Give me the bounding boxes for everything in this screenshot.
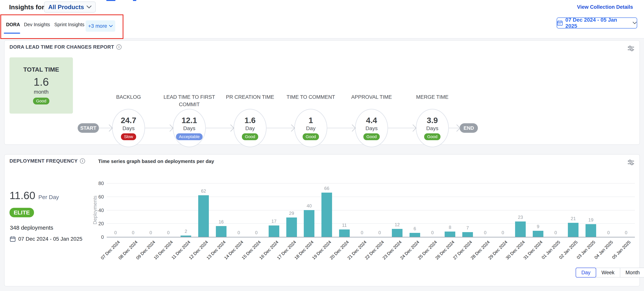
- arrow-chevron-icon: [412, 124, 416, 132]
- calendar-icon: [10, 236, 16, 242]
- stage-name: MERGE TIME: [402, 93, 463, 101]
- x-tick-label: 02 Jan 2025: [546, 239, 579, 273]
- bar-value-label: 9: [529, 224, 547, 229]
- total-time-status-badge: Good: [33, 98, 49, 105]
- chevron-down-icon: [86, 6, 92, 9]
- x-tick-label: 31 Dec 2024: [510, 239, 544, 273]
- chart-title: Time series graph based on deployments p…: [98, 158, 214, 164]
- x-tick-label: 09 Dec 2024: [123, 239, 156, 273]
- x-tick-label: 29 Dec 2024: [475, 239, 508, 273]
- stage-unit: Days: [122, 125, 134, 131]
- stage-node-pr-creation-time: 1.6DayGood: [234, 109, 266, 147]
- x-tick-label: 15 Dec 2024: [229, 239, 262, 273]
- pipeline-end-node: END: [460, 123, 478, 133]
- stage-name: TIME TO COMMENT: [280, 93, 341, 101]
- deployment-rate-value: 11.60: [10, 189, 35, 201]
- stage-unit: Days: [366, 125, 378, 131]
- bar-value-label: 0: [476, 230, 494, 235]
- stage-name: APPROVAL TIME: [341, 93, 402, 101]
- product-selector-value: All Products: [48, 4, 84, 11]
- total-time-value: 1.6: [34, 75, 49, 88]
- stage-node-backlog: 24.7DaysSlow: [112, 109, 145, 147]
- x-tick-label: 18 Dec 2024: [282, 239, 315, 273]
- bar-value-label: 29: [283, 211, 300, 216]
- y-tick-label: 20: [92, 221, 104, 227]
- deployment-bar[interactable]: [586, 224, 596, 237]
- stage-name: PR CREATION TIME: [220, 93, 280, 101]
- deployment-card-title: DEPLOYMENT FREQUENCY: [10, 158, 78, 164]
- deployment-bar[interactable]: [286, 217, 297, 237]
- x-tick-label: 25 Dec 2024: [405, 239, 438, 273]
- x-tick-label: 01 Jan 2025: [528, 239, 561, 273]
- bar-value-label: 0: [353, 230, 371, 235]
- view-collection-details-link[interactable]: View Collection Details: [577, 4, 633, 10]
- x-tick-label: 19 Dec 2024: [299, 239, 332, 273]
- stage-value: 24.7: [121, 116, 136, 125]
- deployment-bar[interactable]: [198, 195, 209, 237]
- granularity-day-button[interactable]: Day: [576, 268, 596, 277]
- deployment-bar[interactable]: [410, 233, 420, 237]
- y-tick-label: 80: [92, 180, 104, 186]
- stage-unit: Days: [426, 125, 438, 131]
- stage-name: LEAD TIME TO FIRST COMMIT: [159, 93, 220, 108]
- deployment-bar[interactable]: [304, 210, 314, 237]
- page-title: Insights for: [9, 4, 44, 11]
- deployment-bar[interactable]: [339, 229, 350, 237]
- bar-value-label: 0: [230, 230, 248, 235]
- product-selector-dropdown[interactable]: All Products: [44, 2, 96, 13]
- bar-value-label: 0: [618, 230, 635, 235]
- date-range-picker[interactable]: 07 Dec 2024 - 05 Jan 2025: [557, 18, 637, 29]
- stage-node-lead-time-to-first-commit: 12.1DaysAcceptable: [173, 109, 206, 147]
- gridline-y60: [107, 197, 635, 197]
- deployment-bar[interactable]: [515, 221, 526, 237]
- bar-value-label: 0: [424, 230, 441, 235]
- bar-value-label: 0: [371, 230, 388, 235]
- deployment-bar[interactable]: [269, 225, 279, 237]
- deployment-date-range-value: 07 Dec 2024 - 05 Jan 2025: [18, 236, 82, 242]
- deployment-bar[interactable]: [392, 229, 402, 237]
- bar-value-label: 0: [494, 230, 512, 235]
- bar-value-label: 2: [177, 229, 194, 234]
- date-range-value: 07 Dec 2024 - 05 Jan 2025: [566, 17, 630, 29]
- dora-dashboard: Insights for All Products View Collectio…: [0, 0, 644, 291]
- deployment-bar[interactable]: [322, 193, 332, 237]
- bar-value-label: 0: [160, 230, 177, 235]
- arrow-chevron-icon: [291, 124, 295, 132]
- annotation-rectangle: [0, 15, 124, 39]
- stage-unit: Day: [306, 125, 316, 131]
- bar-value-label: 19: [582, 217, 600, 223]
- stage-value: 3.9: [427, 116, 438, 125]
- deployment-bar[interactable]: [445, 231, 455, 237]
- bar-value-label: 62: [195, 188, 212, 194]
- stage-name: BACKLOG: [98, 93, 159, 101]
- chart-settings-icon[interactable]: [627, 45, 635, 53]
- deployment-bar[interactable]: [462, 232, 473, 237]
- deployment-bar[interactable]: [568, 223, 578, 237]
- bar-value-label: 0: [547, 230, 564, 235]
- arrow-chevron-icon: [456, 124, 460, 132]
- stage-node-merge-time: 3.9DaysGood: [416, 109, 449, 147]
- x-tick-label: 07 Dec 2024: [88, 239, 121, 273]
- bar-value-label: 23: [512, 215, 529, 220]
- gridline-y80: [107, 183, 635, 183]
- total-time-unit: month: [34, 89, 48, 95]
- info-icon[interactable]: i: [80, 158, 85, 164]
- stage-node-time-to-comment: 1DayGood: [294, 109, 327, 147]
- stage-value: 1.6: [244, 116, 256, 125]
- x-tick-label: 13 Dec 2024: [194, 239, 227, 273]
- stage-status-badge: Good: [303, 133, 319, 140]
- chart-settings-icon[interactable]: [627, 158, 635, 166]
- deployment-bar[interactable]: [216, 226, 226, 237]
- gridline-y40: [107, 210, 635, 210]
- arrow-chevron-icon: [108, 124, 113, 132]
- clipped-top-text: [133, 0, 136, 1]
- deployment-bar[interactable]: [533, 231, 544, 237]
- granularity-month-button[interactable]: Month: [620, 268, 644, 277]
- total-deployments: 348 deployments: [10, 224, 53, 231]
- stage-unit: Day: [245, 125, 255, 131]
- arrow-chevron-icon: [230, 124, 234, 132]
- x-tick-label: 17 Dec 2024: [264, 239, 297, 273]
- stage-value: 4.4: [366, 116, 377, 125]
- deployment-bar[interactable]: [180, 235, 191, 237]
- info-icon[interactable]: i: [116, 45, 122, 50]
